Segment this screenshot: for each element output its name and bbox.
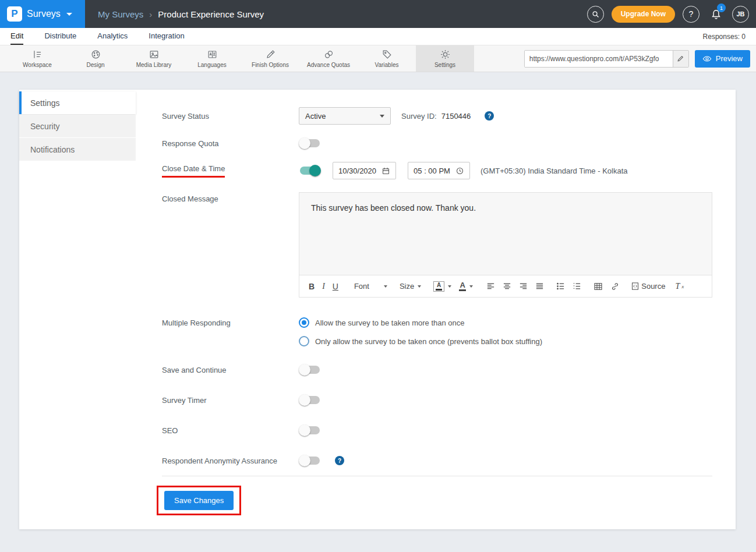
chevron-down-icon: [66, 13, 72, 16]
toolbar-right: Preview: [524, 45, 756, 72]
questionpro-logo: P: [7, 6, 22, 22]
sidebar-item-settings[interactable]: Settings: [19, 91, 136, 114]
responses-count: Responses: 0: [703, 28, 746, 45]
insert-link-button[interactable]: [610, 282, 620, 291]
notification-badge: 1: [717, 3, 726, 12]
insert-table-button[interactable]: [594, 282, 603, 291]
upgrade-now-button[interactable]: Upgrade Now: [612, 6, 675, 23]
save-changes-button[interactable]: Save Changes: [164, 491, 234, 510]
row-multiple-responding: Multiple Responding Allow the survey to …: [162, 317, 712, 346]
sidebar-item-security[interactable]: Security: [19, 115, 136, 137]
numbered-list-button[interactable]: [573, 282, 581, 291]
survey-id-value: 7150446: [441, 112, 471, 121]
timezone-text: (GMT+05:30) India Standard Time - Kolkat…: [481, 167, 628, 175]
bg-color-button[interactable]: A: [433, 281, 451, 292]
respondent-anonymity-toggle[interactable]: [299, 455, 321, 466]
page-body: Settings Security Notifications Survey S…: [0, 72, 756, 541]
palette-icon: [90, 49, 101, 60]
seo-toggle[interactable]: [299, 424, 321, 436]
font-dropdown[interactable]: Font: [354, 282, 387, 291]
tab-analytics[interactable]: Analytics: [97, 28, 128, 45]
workspace-icon: [32, 49, 43, 60]
anonymity-help-icon[interactable]: ?: [335, 456, 344, 465]
settings-sidebar: Settings Security Notifications: [19, 90, 136, 529]
survey-id-help-icon[interactable]: ?: [485, 111, 494, 121]
edit-url-button[interactable]: [673, 51, 688, 67]
toolbar-item-settings[interactable]: Settings: [416, 45, 474, 72]
close-time-input[interactable]: 05 : 00 PM: [408, 162, 470, 179]
user-avatar[interactable]: JB: [732, 6, 749, 23]
toolbar-item-advance-quotas[interactable]: Advance Quotas: [299, 45, 358, 72]
text-color-icon: A: [459, 281, 466, 291]
clock-icon: [455, 167, 464, 175]
survey-timer-toggle[interactable]: [299, 394, 321, 406]
align-center-button[interactable]: [503, 282, 511, 291]
close-date-input[interactable]: 10/30/2020: [333, 162, 396, 179]
response-quota-label: Response Quota: [162, 139, 299, 148]
eye-icon: [702, 54, 712, 63]
breadcrumb-my-surveys[interactable]: My Surveys: [98, 9, 143, 19]
brush-icon: [265, 49, 276, 60]
save-and-continue-label: Save and Continue: [162, 366, 299, 374]
preview-button[interactable]: Preview: [695, 50, 750, 68]
chevron-down-icon: [469, 285, 473, 288]
survey-url-input[interactable]: [525, 51, 673, 67]
toolbar-item-design[interactable]: Design: [66, 45, 125, 72]
radio-unselected-icon: [299, 336, 309, 346]
linked-rings-icon: [323, 49, 334, 60]
image-icon: [149, 49, 160, 60]
product-switcher[interactable]: P Surveys: [0, 0, 85, 28]
row-survey-status: Survey Status Active Survey ID: 7150446 …: [162, 107, 712, 125]
chevron-down-icon: [384, 285, 387, 288]
bold-button[interactable]: B: [309, 282, 315, 291]
align-left-button[interactable]: [486, 282, 495, 291]
align-right-button[interactable]: [519, 282, 528, 291]
numbered-list-icon: [573, 282, 581, 291]
row-response-quota: Response Quota: [162, 137, 712, 149]
toolbar-item-media-library[interactable]: Media Library: [125, 45, 183, 72]
toolbar-item-finish-options[interactable]: Finish Options: [241, 45, 299, 72]
help-button[interactable]: ?: [683, 6, 700, 23]
top-bar: P Surveys My Surveys › Product Experienc…: [0, 0, 756, 28]
tab-distribute[interactable]: Distribute: [44, 28, 76, 45]
settings-card: Settings Security Notifications Survey S…: [19, 90, 736, 529]
toolbar-item-languages[interactable]: Languages: [183, 45, 241, 72]
chevron-down-icon: [380, 115, 384, 118]
calendar-icon: [381, 167, 390, 175]
row-save-and-continue: Save and Continue: [162, 364, 712, 376]
radio-allow-once[interactable]: Only allow the survey to be taken once (…: [299, 336, 542, 346]
radio-allow-multiple[interactable]: Allow the survey to be taken more than o…: [299, 317, 542, 328]
notifications-button[interactable]: 1: [707, 5, 725, 23]
settings-form: Survey Status Active Survey ID: 7150446 …: [136, 90, 739, 529]
table-icon: [594, 282, 603, 291]
underline-button[interactable]: U: [333, 282, 338, 291]
tag-icon: [381, 49, 393, 60]
text-color-button[interactable]: A: [459, 281, 473, 291]
highlight-color-icon: A: [433, 281, 444, 292]
remove-format-button[interactable]: Tx: [675, 282, 684, 291]
close-date-toggle[interactable]: [299, 165, 321, 176]
align-justify-button[interactable]: [535, 282, 544, 291]
tab-integration[interactable]: Integration: [149, 28, 184, 45]
richtext-toolbar: B I U Font Size A: [299, 275, 712, 297]
breadcrumb-current: Product Experience Survey: [158, 9, 264, 19]
section-tabs: Edit Distribute Analytics Integration: [10, 28, 185, 45]
tab-edit[interactable]: Edit: [10, 28, 23, 45]
sidebar-item-notifications[interactable]: Notifications: [19, 138, 136, 161]
annotation-highlight-box: Save Changes: [157, 486, 241, 515]
source-button[interactable]: Source: [631, 282, 665, 291]
topbar-actions: Upgrade Now ? 1 JB: [587, 5, 756, 23]
toolbar-item-workspace[interactable]: Workspace: [8, 45, 66, 72]
bullet-list-button[interactable]: [556, 282, 565, 291]
survey-status-select[interactable]: Active: [299, 107, 391, 125]
row-seo: SEO: [162, 424, 712, 436]
toolbar-item-variables[interactable]: Variables: [358, 45, 416, 72]
size-dropdown[interactable]: Size: [400, 282, 421, 291]
save-and-continue-toggle[interactable]: [299, 364, 321, 376]
row-closed-message: Closed Message This survey has been clos…: [162, 192, 712, 298]
closed-message-textarea[interactable]: This survey has been closed now. Thank y…: [299, 193, 712, 275]
search-button[interactable]: [587, 6, 604, 23]
respondent-anonymity-label: Respondent Anonymity Assurance: [162, 457, 299, 465]
response-quota-toggle[interactable]: [299, 137, 321, 149]
italic-button[interactable]: I: [322, 282, 325, 291]
